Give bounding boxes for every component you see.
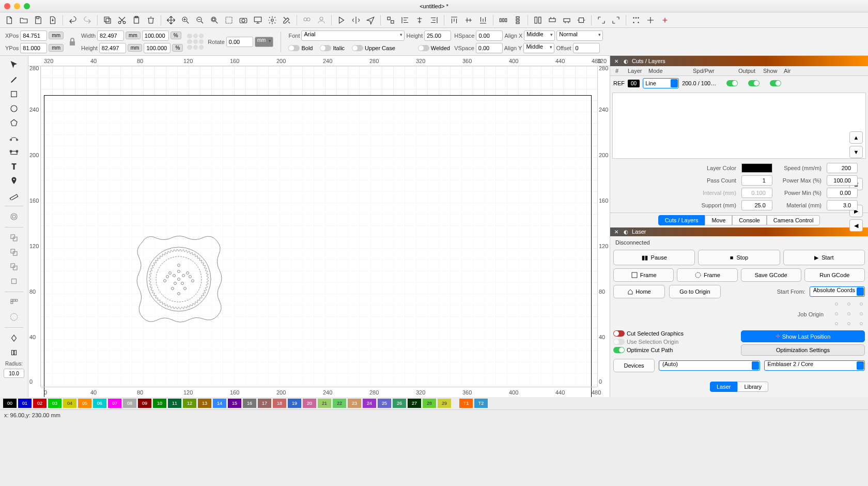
interval-input[interactable] — [741, 188, 772, 198]
tab-cuts-layers[interactable]: Cuts / Layers — [658, 215, 705, 225]
palette-27[interactable]: 27 — [408, 399, 421, 408]
arrange-2-icon[interactable] — [546, 14, 559, 26]
pass-input[interactable] — [741, 175, 772, 186]
palette-04[interactable]: 04 — [63, 399, 76, 408]
align-center-v-icon[interactable] — [462, 14, 475, 26]
ellipse-tool-icon[interactable] — [7, 102, 21, 115]
user-icon[interactable] — [315, 14, 328, 26]
devices-button[interactable]: Devices — [613, 359, 655, 372]
align-center-h-icon[interactable] — [413, 14, 426, 26]
frame-rect-button[interactable]: Frame — [613, 268, 674, 282]
snap-2-icon[interactable] — [610, 14, 622, 26]
auto-device-select[interactable]: (Auto) — [659, 360, 760, 371]
distribute-v-icon[interactable] — [512, 14, 524, 26]
palette-01[interactable]: 01 — [18, 399, 32, 408]
rectangle-tool-icon[interactable] — [7, 88, 21, 100]
monitor-icon[interactable] — [252, 14, 264, 26]
design-shape[interactable] — [134, 234, 224, 325]
palette-14[interactable]: 14 — [213, 399, 226, 408]
uppercase-toggle[interactable] — [352, 45, 363, 51]
arrange-3-icon[interactable] — [561, 14, 573, 26]
zoom-selection-icon[interactable] — [223, 14, 235, 26]
device-select[interactable]: Emblaser 2 / Core — [764, 360, 865, 371]
palette-17[interactable]: 17 — [258, 399, 271, 408]
tab-laser[interactable]: Laser — [710, 382, 738, 392]
new-file-icon[interactable] — [3, 14, 16, 26]
height-input[interactable] — [99, 43, 126, 53]
aligny-select[interactable]: Middle — [523, 43, 554, 53]
pan-icon[interactable] — [165, 14, 177, 26]
palette-24[interactable]: 24 — [363, 399, 376, 408]
delete-icon[interactable] — [145, 14, 157, 26]
radius-input[interactable] — [4, 369, 24, 378]
save-gcode-button[interactable]: Save GCode — [741, 268, 801, 282]
palette-19[interactable]: 19 — [288, 399, 301, 408]
cut-selected-toggle[interactable] — [613, 330, 625, 337]
powermax-input[interactable] — [827, 175, 858, 186]
layer-color-swatch[interactable] — [741, 163, 772, 173]
ring-tool-icon[interactable] — [7, 210, 21, 223]
send-icon[interactable] — [364, 14, 377, 26]
panel-undock-icon[interactable]: ◐ — [623, 58, 629, 64]
panel-close-icon[interactable]: ✕ — [613, 58, 619, 64]
stop-button[interactable]: ■Stop — [698, 250, 780, 265]
group-icon[interactable] — [384, 14, 397, 26]
save-file-icon[interactable] — [32, 14, 44, 26]
palette-07[interactable]: 07 — [108, 399, 121, 408]
open-file-icon[interactable] — [18, 14, 30, 26]
palette-08[interactable]: 08 — [123, 399, 136, 408]
mirror-h-icon[interactable] — [350, 14, 362, 26]
arrange-1-icon[interactable] — [532, 14, 544, 26]
mode-select[interactable]: Line — [643, 78, 679, 88]
show-last-position-button[interactable]: ✛Show Last Position — [741, 330, 865, 342]
polygon-tool-icon[interactable] — [7, 117, 21, 129]
layer-00-swatch[interactable]: 00 — [628, 80, 640, 87]
palette-23[interactable]: 23 — [348, 399, 361, 408]
palette-16[interactable]: 16 — [243, 399, 256, 408]
grid-array-icon[interactable] — [7, 296, 21, 309]
node-edit-tool-icon[interactable] — [7, 146, 21, 158]
tab-camera-control[interactable]: Camera Control — [767, 215, 820, 225]
import-icon[interactable] — [47, 14, 59, 26]
palette-26[interactable]: 26 — [393, 399, 406, 408]
palette-09[interactable]: 09 — [138, 399, 151, 408]
crosshair-icon[interactable] — [644, 14, 657, 26]
paste-icon[interactable] — [130, 14, 143, 26]
align-right-icon[interactable] — [428, 14, 440, 26]
output-toggle[interactable] — [726, 80, 738, 86]
start-button[interactable]: ▶Start — [783, 250, 865, 265]
palette-13[interactable]: 13 — [198, 399, 211, 408]
width-pct-input[interactable] — [142, 31, 169, 41]
welded-toggle[interactable] — [418, 45, 429, 51]
palette-10[interactable]: 10 — [153, 399, 166, 408]
palette-t1[interactable]: T1 — [459, 399, 473, 408]
tab-console[interactable]: Console — [732, 215, 766, 225]
layer-down-icon[interactable]: ▼ — [849, 146, 863, 158]
camera-icon[interactable] — [237, 14, 250, 26]
pause-button[interactable]: ▮▮Pause — [613, 250, 695, 265]
settings-icon[interactable] — [266, 14, 278, 26]
layer-row[interactable]: REF 00 Line 200.0 / 100… — [610, 76, 868, 90]
air-toggle[interactable] — [770, 80, 781, 86]
width-input[interactable] — [97, 31, 124, 41]
offset-input[interactable] — [573, 43, 600, 53]
marker-tool-icon[interactable] — [7, 175, 21, 187]
measure-tool-icon[interactable] — [7, 189, 21, 202]
palette-18[interactable]: 18 — [273, 399, 286, 408]
palette-20[interactable]: 20 — [303, 399, 316, 408]
anchor-grid-icon[interactable] — [186, 33, 205, 51]
text-tool-icon[interactable] — [7, 160, 21, 173]
palette-21[interactable]: 21 — [318, 399, 331, 408]
align-top-icon[interactable] — [448, 14, 460, 26]
minimize-window-icon[interactable] — [14, 3, 20, 9]
normal-select[interactable]: Normal — [556, 31, 603, 41]
boolean-subtract-icon[interactable] — [7, 246, 21, 259]
use-selection-origin-toggle[interactable] — [613, 339, 625, 345]
layer-left-icon[interactable]: ◀ — [849, 219, 863, 232]
ypos-input[interactable] — [20, 43, 47, 53]
tab-move[interactable]: Move — [705, 215, 732, 225]
pen-tool-icon[interactable] — [7, 73, 21, 86]
palette-11[interactable]: 11 — [168, 399, 181, 408]
run-gcode-button[interactable]: Run GCode — [804, 268, 865, 282]
undo-icon[interactable] — [67, 14, 79, 26]
